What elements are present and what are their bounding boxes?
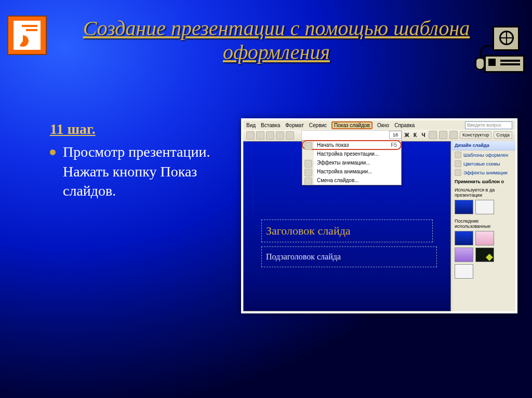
menu-item-label: Начать показ xyxy=(317,142,349,148)
menu-item-setup-show[interactable]: Настройка презентации... xyxy=(302,149,401,158)
menu-format[interactable]: Формат xyxy=(285,122,304,128)
template-thumb[interactable] xyxy=(455,264,473,279)
menu-item-shortcut: F5 xyxy=(391,142,397,148)
template-thumb[interactable] xyxy=(455,200,473,214)
menu-help[interactable]: Справка xyxy=(394,122,415,128)
computer-icon xyxy=(475,26,525,73)
menu-view[interactable]: Вид xyxy=(246,122,256,128)
template-thumb[interactable] xyxy=(475,231,494,245)
align-icon[interactable] xyxy=(449,131,458,139)
pane-thumbs-used xyxy=(452,199,515,216)
template-thumb[interactable] xyxy=(455,231,473,245)
step-label: 11 шаг. xyxy=(50,119,221,139)
bullet-text: Просмотр презентации. Нажать кнопку Пока… xyxy=(63,142,221,201)
bullet-icon xyxy=(50,149,56,155)
bold-button[interactable]: Ж xyxy=(404,132,410,138)
pane-link-anim[interactable]: Эффекты анимации xyxy=(452,168,515,177)
embedded-screenshot: Вид Вставка Формат Сервис Показ слайдов … xyxy=(241,118,517,313)
menu-item-label: Настройка анимации... xyxy=(317,169,372,174)
menu-slideshow[interactable]: Показ слайдов xyxy=(332,122,372,129)
slideshow-dropdown: Начать показ F5 Настройка презентации...… xyxy=(302,140,402,185)
star-icon xyxy=(304,160,312,168)
transition-icon xyxy=(304,177,312,185)
toolbar-icon[interactable] xyxy=(286,131,294,140)
pane-thumbs-recent xyxy=(452,230,515,281)
toolbar-icon[interactable] xyxy=(266,131,274,140)
align-icon[interactable] xyxy=(429,131,437,139)
template-thumb[interactable] xyxy=(475,200,494,214)
pane-apply-label: Применить шаблон о xyxy=(452,177,515,185)
italic-button[interactable]: К xyxy=(412,132,418,138)
templates-icon xyxy=(455,152,461,158)
toolbar-icon[interactable] xyxy=(276,131,284,140)
menu-item-label: Смена слайдов... xyxy=(317,177,359,183)
menu-item-label: Настройка презентации... xyxy=(317,151,379,157)
subtitle-placeholder[interactable]: Подзаголовок слайда xyxy=(261,246,437,267)
bullet-item: Просмотр презентации. Нажать кнопку Пока… xyxy=(50,142,221,201)
align-icon[interactable] xyxy=(439,131,447,139)
menu-item-label: Эффекты анимации... xyxy=(317,160,370,166)
pane-header: Дизайн слайда xyxy=(452,141,515,150)
menu-item-custom-anim[interactable]: Настройка анимации... xyxy=(302,167,401,176)
design-task-pane: Дизайн слайда Шаблоны оформлен Цветовые … xyxy=(451,141,515,311)
underline-button[interactable]: Ч xyxy=(420,132,427,138)
pane-link-templates[interactable]: Шаблоны оформлен xyxy=(452,150,515,159)
palette-icon xyxy=(455,160,461,167)
menubar: Вид Вставка Формат Сервис Показ слайдов … xyxy=(243,120,515,130)
star-icon xyxy=(304,169,312,176)
menu-tools[interactable]: Сервис xyxy=(309,122,327,128)
pane-section-used: Используется в да презентации xyxy=(452,185,515,199)
star-icon xyxy=(455,169,461,176)
create-button[interactable]: Созда xyxy=(494,131,512,139)
slide-title: Создание презентации с помощью шаблона о… xyxy=(78,17,475,64)
menu-insert[interactable]: Вставка xyxy=(261,122,280,128)
toolbar-icon[interactable] xyxy=(256,131,264,140)
menu-window[interactable]: Окно xyxy=(377,122,389,128)
pane-link-colors[interactable]: Цветовые схемы xyxy=(452,159,515,168)
title-placeholder[interactable]: Заголовок слайда xyxy=(261,219,433,242)
ask-question-input[interactable]: Введите вопрос xyxy=(465,121,512,129)
menu-item-anim-effects[interactable]: Эффекты анимации... xyxy=(302,158,401,167)
presentation-icon xyxy=(7,16,47,55)
font-size-field[interactable]: 18 xyxy=(389,131,402,139)
designer-button[interactable]: Конструктор xyxy=(460,131,491,139)
projector-icon xyxy=(304,142,312,150)
template-thumb[interactable] xyxy=(475,248,494,262)
template-thumb[interactable] xyxy=(455,248,473,262)
menu-item-transition[interactable]: Смена слайдов... xyxy=(302,176,401,185)
body-text: 11 шаг. Просмотр презентации. Нажать кно… xyxy=(50,119,221,201)
pane-section-recent: Последние использованные xyxy=(452,216,515,230)
slide: Создание презентации с помощью шаблона о… xyxy=(0,0,532,398)
menu-item-start-show[interactable]: Начать показ F5 xyxy=(302,141,401,149)
toolbar-icon[interactable] xyxy=(246,131,255,140)
